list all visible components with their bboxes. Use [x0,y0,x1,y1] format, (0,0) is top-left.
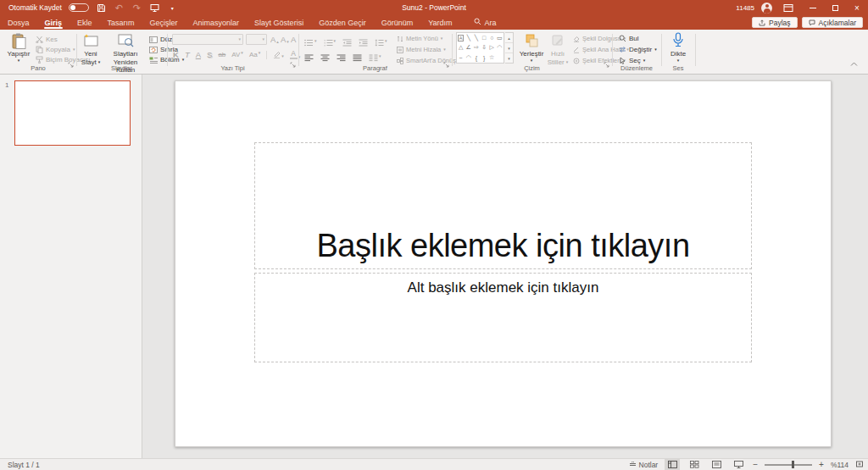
quick-styles-button[interactable]: Hızlı Stiller▾ [545,31,570,66]
justify-button[interactable] [353,50,362,65]
shape-cell[interactable]: ╲ [472,33,480,43]
font-size-combo[interactable]: ▾ [246,34,267,45]
font-name-combo[interactable]: ▾ [172,34,243,45]
dictate-button[interactable]: Dikte ▾ [665,31,692,63]
shape-cell[interactable] [496,53,504,63]
tab-tasarim[interactable]: Tasarım [100,15,142,30]
replace-button[interactable]: Değiştir ▾ [619,45,657,54]
highlight-color-button[interactable]: ▾ [273,51,284,58]
drawing-dialog-launcher-icon[interactable] [604,56,609,71]
shape-cell[interactable]: ~ [457,53,465,63]
slide-canvas[interactable]: Başlık eklemek için tıklayın Alt başlık … [175,80,832,447]
shrink-font-button[interactable]: A▾ [281,35,289,44]
shapes-gallery[interactable]: A ╲ ╲ □ ○ ▭ △ ∠ ⇨ ⇩ ▷ ◠ ~ ◠ { } ☆ [456,32,504,64]
subtitle-placeholder[interactable]: Alt başlık eklemek için tıklayın [254,273,752,362]
tab-gecisler[interactable]: Geçişler [142,15,186,30]
collapse-ribbon-icon[interactable] [850,55,858,70]
slide-sorter-view-button[interactable] [687,459,702,470]
line-spacing-button[interactable]: ▾ [375,39,387,47]
gallery-more-icon[interactable]: ▾ [505,53,513,63]
zoom-in-button[interactable]: + [819,461,824,469]
paste-button[interactable]: Yapıştır ▾ [4,31,33,63]
tab-gozden-gecir[interactable]: Gözden Geçir [311,15,374,30]
copy-button[interactable]: Kopyala ▾ [36,45,75,54]
change-case-button[interactable]: Aa▾ [249,51,260,58]
zoom-slider-thumb[interactable] [792,461,794,468]
clipboard-dialog-launcher-icon[interactable] [68,56,74,71]
new-slide-button[interactable]: Yeni Slayt▾ [77,31,104,66]
close-button[interactable]: × [846,0,868,15]
font-dialog-launcher-icon[interactable] [290,56,296,71]
shape-cell[interactable]: ⇩ [481,43,488,53]
increase-indent-button[interactable] [359,35,368,50]
fit-slide-to-window-icon[interactable] [855,460,864,470]
customize-qat-caret-icon[interactable]: ▾ [167,3,178,14]
zoom-level[interactable]: %114 [831,461,849,469]
arrange-button[interactable]: Yerleştir ▾ [518,31,545,63]
share-button[interactable]: Paylaş [752,17,798,28]
reading-view-button[interactable] [709,459,724,470]
bold-button[interactable]: K [173,50,179,59]
grow-font-button[interactable]: A▴ [270,35,279,44]
shape-cell[interactable]: ▷ [488,43,496,53]
tab-animasyonlar[interactable]: Animasyonlar [186,15,248,30]
shape-cell[interactable]: } [481,53,488,63]
numbering-button[interactable]: ▾ [324,39,337,47]
notes-button[interactable]: Notlar [629,461,659,469]
tab-giris[interactable]: Giriş [37,15,70,30]
shape-cell[interactable]: ◠ [465,53,472,63]
slide-show-button[interactable] [731,459,746,470]
character-spacing-button[interactable]: AV▾ [231,51,243,58]
tab-yardim[interactable]: Yardım [420,15,459,30]
strikethrough-button[interactable]: ab [218,51,225,58]
tab-dosya[interactable]: Dosya [0,15,37,30]
align-left-button[interactable] [304,50,314,65]
shape-cell[interactable]: ⇨ [472,43,480,53]
account-avatar[interactable] [761,3,772,14]
tab-gorunum[interactable]: Görünüm [374,15,421,30]
tab-ekle[interactable]: Ekle [70,15,100,30]
zoom-out-button[interactable]: − [753,461,758,469]
title-placeholder[interactable]: Başlık eklemek için tıklayın [254,142,752,269]
ribbon-display-options-icon[interactable] [782,3,793,14]
decrease-indent-button[interactable] [342,35,352,50]
align-center-button[interactable] [320,50,330,65]
shape-cell[interactable]: ▭ [496,33,504,43]
shape-cell[interactable]: ∠ [465,43,472,53]
redo-icon[interactable]: ↷ [131,3,142,14]
shape-cell[interactable]: A [457,33,465,43]
clear-formatting-button[interactable]: A [291,35,296,44]
save-icon[interactable] [96,3,107,14]
shape-cell[interactable]: ☆ [488,53,496,63]
text-shadow-button[interactable]: S [207,50,212,59]
shape-cell[interactable]: □ [481,33,488,43]
shape-cell[interactable]: △ [457,43,465,53]
shape-cell[interactable]: ○ [488,33,496,43]
minimize-button[interactable] [802,0,824,15]
shape-cell[interactable]: { [472,53,480,63]
autosave-toggle[interactable] [69,3,89,12]
align-text-button[interactable]: Metni Hizala ▾ [397,45,446,54]
shape-cell[interactable]: ◠ [496,43,504,53]
gallery-up-icon[interactable]: ▴ [505,33,513,43]
text-direction-button[interactable]: Metin Yönü ▾ [397,34,442,43]
restore-button[interactable] [824,0,846,15]
zoom-slider[interactable] [765,464,812,466]
slide-thumbnail[interactable] [14,80,131,146]
undo-icon[interactable]: ↶ [114,3,125,14]
find-button[interactable]: Bul [619,34,639,43]
gallery-down-icon[interactable]: ▾ [505,43,513,53]
bullets-button[interactable]: ▾ [304,39,317,47]
shape-cell[interactable]: ╲ [465,33,472,43]
paragraph-dialog-launcher-icon[interactable] [443,56,449,71]
align-right-button[interactable] [337,50,346,65]
normal-view-button[interactable] [665,459,680,470]
comments-button[interactable]: Açıklamalar [802,17,863,28]
cut-button[interactable]: Kes [36,35,58,44]
underline-button[interactable]: A [196,50,201,59]
columns-button[interactable]: ▾ [369,54,381,62]
italic-button[interactable]: T [185,50,190,59]
tab-slayt-gosterisi[interactable]: Slayt Gösterisi [247,15,311,30]
search-box[interactable]: Ara [474,15,497,30]
start-presentation-icon[interactable] [149,3,160,14]
